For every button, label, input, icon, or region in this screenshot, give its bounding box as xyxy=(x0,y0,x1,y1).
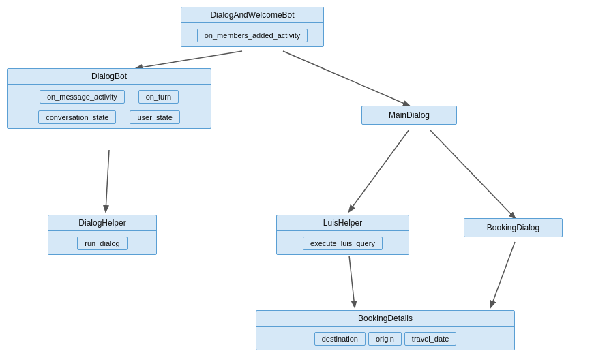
node-dialog-helper-title: DialogHelper xyxy=(48,215,156,230)
method-run-dialog: run_dialog xyxy=(77,237,127,250)
method-travel-date: travel_date xyxy=(404,332,456,346)
diagram: DialogAndWelcomeBot on_members_added_act… xyxy=(0,0,594,364)
svg-line-4 xyxy=(430,130,515,218)
svg-line-2 xyxy=(106,150,109,211)
node-dialog-bot: DialogBot on_message_activity on_turn co… xyxy=(7,68,211,129)
node-dialog-bot-title: DialogBot xyxy=(8,69,211,84)
method-execute-luis-query: execute_luis_query xyxy=(303,237,383,250)
node-booking-dialog-title: BookingDialog xyxy=(487,223,539,232)
svg-line-1 xyxy=(283,51,409,106)
method-destination: destination xyxy=(314,332,366,346)
svg-line-3 xyxy=(349,130,409,211)
node-main-dialog: MainDialog xyxy=(361,106,457,125)
method-user-state: user_state xyxy=(130,110,179,124)
node-dialog-helper: DialogHelper run_dialog xyxy=(48,215,157,255)
method-on-turn: on_turn xyxy=(138,90,179,104)
connector-lines xyxy=(0,0,594,364)
node-dialog-and-welcome-bot: DialogAndWelcomeBot on_members_added_act… xyxy=(181,7,324,47)
node-dialog-and-welcome-bot-title: DialogAndWelcomeBot xyxy=(181,7,323,22)
node-main-dialog-title: MainDialog xyxy=(389,110,430,120)
method-on-members-added: on_members_added_activity xyxy=(197,29,308,42)
svg-line-6 xyxy=(491,242,515,307)
node-booking-details: BookingDetails destination origin travel… xyxy=(256,310,515,350)
node-luis-helper: LuisHelper execute_luis_query xyxy=(276,215,409,255)
svg-line-0 xyxy=(136,51,242,68)
method-origin: origin xyxy=(368,332,402,346)
node-luis-helper-title: LuisHelper xyxy=(277,215,409,230)
node-booking-dialog: BookingDialog xyxy=(464,218,563,237)
node-booking-details-title: BookingDetails xyxy=(256,311,514,326)
method-on-message-activity: on_message_activity xyxy=(40,90,125,104)
method-conversation-state: conversation_state xyxy=(38,110,116,124)
svg-line-5 xyxy=(349,256,355,307)
